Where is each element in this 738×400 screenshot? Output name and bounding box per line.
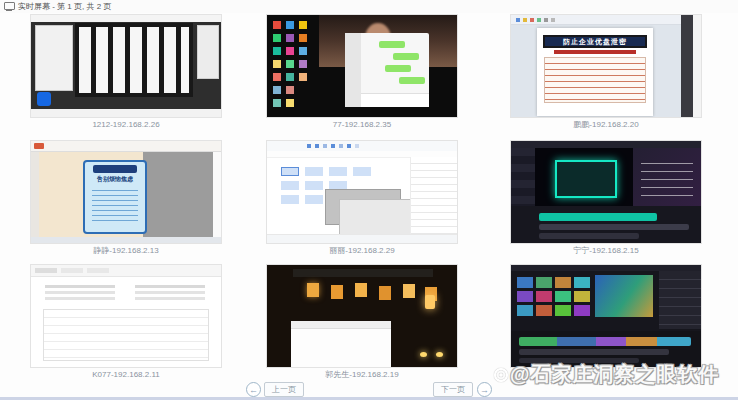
- thumb8-white-window: [291, 321, 391, 367]
- thumb8-roof: [293, 269, 433, 277]
- thumb3-dark-sidebar: [681, 15, 693, 118]
- thumb1-dark-window: [75, 23, 193, 97]
- thumb4-gray-area: [143, 152, 213, 239]
- thumb1-right-panel: [197, 25, 219, 79]
- thumb4-taskbar: [31, 237, 221, 243]
- screen-thumbnail-9[interactable]: [510, 264, 702, 368]
- screen-label-2: 77-192.168.2.35: [266, 120, 458, 130]
- monitor-icon: [4, 2, 14, 11]
- thumb5-flowchart-nodes: [281, 167, 299, 176]
- screen-label-8: 郭先生-192.168.2.19: [266, 370, 458, 380]
- screen-tile-6: 宁宁-192.168.2.15: [510, 140, 702, 256]
- thumb1-blue-logo: [37, 92, 51, 106]
- thumb7-table: [43, 309, 209, 361]
- thumb4-right-strip: [213, 152, 221, 239]
- screen-tile-8: 郭先生-192.168.2.19: [266, 264, 458, 380]
- screen-thumbnail-8[interactable]: [266, 264, 458, 368]
- thumb8-lantern: [425, 295, 435, 309]
- thumb3-right-strip: [693, 15, 701, 118]
- thumb9-gray-clip-2: [519, 358, 639, 363]
- thumb9-right-panel: [659, 271, 701, 329]
- screen-thumbnail-2[interactable]: [266, 14, 458, 118]
- thumb1-taskbar: [31, 109, 221, 117]
- screen-tile-7: K077-192.168.2.11: [30, 264, 222, 380]
- thumb9-video-preview: [595, 275, 653, 317]
- camera-eye-icon: [494, 368, 508, 382]
- screen-thumbnail-4[interactable]: 告别烦恼焦虑: [30, 140, 222, 244]
- thumb7-tabs: [35, 268, 57, 273]
- arrow-right-circle-icon[interactable]: →: [477, 382, 492, 397]
- monitor-icon-screen: [4, 2, 15, 10]
- thumb6-right-panel: [633, 148, 701, 206]
- thumb8-car-lights: [420, 352, 427, 357]
- page-title: 实时屏幕 - 第 1 页, 共 2 页: [18, 1, 111, 12]
- screen-label-5: 丽丽-192.168.2.29: [266, 246, 458, 256]
- thumb1-panel-strips: [79, 27, 189, 93]
- thumb6-teal-frame: [555, 160, 617, 198]
- next-page-button[interactable]: 下一页: [433, 382, 473, 397]
- screen-tile-4: 告别烦恼焦虑 静静-192.168.2.13: [30, 140, 222, 256]
- camera-eye-icon-dot: [499, 373, 503, 377]
- screen-tile-2: 77-192.168.2.35: [266, 14, 458, 130]
- thumb2-chat-bubbles: [379, 41, 405, 48]
- thumb7-toolbar: [31, 265, 221, 277]
- thumb6-teal-clip: [539, 213, 657, 221]
- screen-thumbnail-3[interactable]: 防止企业优盘泄密: [510, 14, 702, 118]
- thumb4-card-title: 告别烦恼焦虑: [85, 175, 145, 183]
- thumb5-right-panel: [410, 157, 457, 235]
- arrow-left-circle-icon[interactable]: ←: [246, 382, 261, 397]
- screen-tile-3: 防止企业优盘泄密 鹏鹏-192.168.2.20: [510, 14, 702, 130]
- thumb4-card-text-lines: [92, 186, 138, 224]
- thumb7-text-lines: [45, 285, 115, 288]
- monitor-icon-base: [6, 10, 12, 11]
- thumb6-gray-clip-2: [539, 233, 639, 239]
- thumb9-media-grid: [517, 277, 533, 288]
- thumb3-document: 防止企业优盘泄密: [537, 28, 653, 116]
- thumb3-toolbar: [511, 15, 701, 25]
- thumb4-toolbar-accent: [34, 143, 44, 149]
- thumb6-panel-text-lines: [641, 156, 693, 198]
- thumb9-gray-clip-1: [519, 349, 669, 355]
- thumb6-video-preview: [535, 148, 633, 206]
- thumb2-desktop-icons: [273, 21, 281, 29]
- thumb6-topbar: [511, 141, 701, 148]
- screen-thumbnail-6[interactable]: [510, 140, 702, 244]
- thumb3-poster-red-bar: [554, 50, 635, 54]
- screen-tile-9: [510, 264, 702, 380]
- screen-label-6: 宁宁-192.168.2.15: [510, 246, 702, 256]
- screen-thumbnail-1[interactable]: [30, 14, 222, 118]
- thumb9-color-clip: [519, 337, 691, 346]
- screen-thumbnail-7[interactable]: [30, 264, 222, 368]
- screen-tile-5: 丽丽-192.168.2.29: [266, 140, 458, 256]
- thumb6-gray-clip-1: [539, 224, 689, 230]
- thumb2-chat-sidebar: [345, 33, 361, 107]
- thumb1-titlebar: [31, 15, 221, 22]
- screen-label-4: 静静-192.168.2.13: [30, 246, 222, 256]
- pagination-bar: ← 上一页 下一页 →: [0, 382, 738, 397]
- prev-page-button[interactable]: 上一页: [264, 382, 304, 397]
- thumb3-toolbar-icons: [516, 18, 520, 22]
- thumb8-white-window-bar: [291, 321, 391, 329]
- thumb3-poster-title: 防止企业优盘泄密: [543, 35, 647, 48]
- screen-thumbnail-5[interactable]: [266, 140, 458, 244]
- screen-label-3: 鹏鹏-192.168.2.20: [510, 120, 702, 130]
- screen-label-7: K077-192.168.2.11: [30, 370, 222, 380]
- thumb5-taskbar: [267, 234, 457, 243]
- thumb1-left-window: [35, 25, 73, 91]
- title-bar: 实时屏幕 - 第 1 页, 共 2 页: [0, 0, 738, 13]
- thumb8-lit-windows: [307, 283, 319, 297]
- screen-label-9: [510, 370, 702, 380]
- thumb2-chat-input: [361, 93, 429, 107]
- thumb2-chat-window: [345, 33, 429, 107]
- thumb5-toolbar-icons: [307, 144, 311, 148]
- thumb4-toolbar: [31, 141, 221, 152]
- screen-label-1: 1212-192.168.2.26: [30, 120, 222, 130]
- thumb4-blue-card: 告别烦恼焦虑: [83, 160, 147, 234]
- thumb3-poster-text-block: [544, 57, 646, 103]
- screen-tile-1: 1212-192.168.2.26: [30, 14, 222, 130]
- thumb4-card-ribbon: [93, 165, 137, 173]
